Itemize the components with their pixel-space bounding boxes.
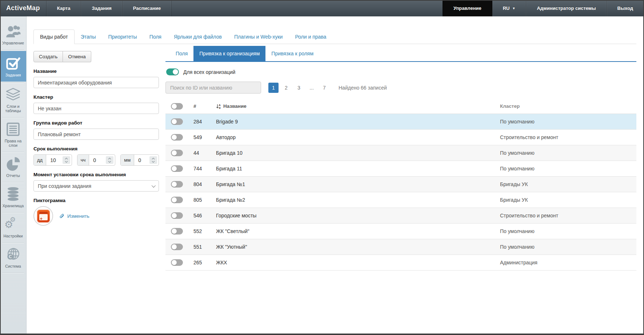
row-name: Городские мосты: [216, 213, 500, 218]
days-unit-label: дд: [34, 155, 46, 165]
sidebar-item-reports[interactable]: Отчеты: [0, 153, 26, 181]
page-3[interactable]: 3: [294, 83, 304, 93]
sidebar-divider: [2, 212, 24, 213]
column-header-name-label: Название: [223, 103, 247, 109]
deadline-label: Срок выполнения: [33, 146, 159, 151]
row-toggle[interactable]: [171, 165, 183, 172]
name-field[interactable]: [33, 77, 159, 88]
row-id: 546: [193, 213, 216, 218]
sidebar-item-layers-tables[interactable]: Слои и таблицы: [0, 84, 26, 116]
table-header-row: # АЯ Название Кластер: [165, 99, 636, 114]
topnav-tasks[interactable]: Задания: [81, 0, 122, 16]
minutes-stepper[interactable]: [149, 156, 157, 164]
header-toggle[interactable]: [171, 103, 183, 110]
language-selector[interactable]: RU ▼: [492, 0, 527, 16]
logout-button[interactable]: Выход: [607, 0, 644, 16]
cluster-field[interactable]: [33, 103, 159, 114]
sidebar-item-system[interactable]: CСистема: [0, 244, 26, 272]
app-logo: ActiveMap: [0, 0, 46, 16]
pictogram-preview: +: [33, 206, 53, 226]
page-1[interactable]: 1: [268, 83, 279, 93]
tab-file-labels[interactable]: Ярлыки для файлов: [168, 30, 228, 44]
records-found-text: Найдено 66 записей: [339, 85, 387, 91]
change-pictogram-link[interactable]: Изменить: [59, 213, 89, 219]
row-toggle-cell: [171, 181, 193, 188]
sidebar-item-tasks[interactable]: Задания: [0, 51, 26, 82]
table-row[interactable]: 744Бригада 11По умолчанию: [165, 161, 636, 177]
row-toggle[interactable]: [171, 244, 183, 250]
table-row[interactable]: 805Бригада №2Бригады УК: [165, 192, 636, 208]
topnav-map[interactable]: Карта: [46, 0, 81, 16]
tab-priorities[interactable]: Приоритеты: [102, 30, 143, 44]
current-user[interactable]: Администратор системы: [526, 0, 607, 16]
clipboard-plus-icon: +: [37, 209, 50, 223]
search-input[interactable]: [165, 82, 261, 94]
page-2[interactable]: 2: [281, 83, 291, 93]
topnav-management[interactable]: Управление: [443, 0, 492, 16]
days-stepper[interactable]: [63, 156, 70, 164]
chevron-down-icon: [152, 184, 156, 188]
table-row[interactable]: 551ЖК "Уютный"По умолчанию: [165, 239, 636, 255]
tab-work-types[interactable]: Виды работ: [33, 29, 75, 44]
table-row[interactable]: 804Бригада №1Бригады УК: [165, 177, 636, 192]
deadline-moment-select[interactable]: При создании задания: [33, 180, 159, 192]
column-header-cluster[interactable]: Кластер: [500, 103, 636, 109]
row-toggle[interactable]: [171, 197, 183, 203]
group-field[interactable]: [33, 129, 159, 140]
column-header-id[interactable]: #: [193, 103, 216, 109]
row-cluster: Бригады УК: [500, 181, 636, 187]
subtab-fields[interactable]: Поля: [170, 46, 193, 61]
layers-icon: [1, 87, 25, 102]
row-toggle[interactable]: [171, 212, 183, 219]
row-toggle[interactable]: [171, 150, 183, 156]
database-icon: [1, 187, 25, 201]
organizations-table: # АЯ Название Кластер 284Brigade 9По умо…: [165, 99, 636, 271]
page-7[interactable]: 7: [319, 83, 329, 93]
pagination: 123...7: [268, 83, 332, 93]
table-row[interactable]: 265ЖКХАдминистрация: [165, 255, 636, 271]
row-toggle-cell: [171, 134, 193, 141]
column-header-name[interactable]: АЯ Название: [216, 103, 500, 109]
sidebar-item-label: Отчеты: [1, 173, 25, 178]
subtab-org-binding[interactable]: Привязка к организациям: [193, 46, 265, 61]
cancel-button[interactable]: Отмена: [63, 51, 91, 62]
table-row[interactable]: 284Brigade 9По умолчанию: [165, 114, 636, 130]
top-bar-right: Управление RU ▼ Администратор системы Вы…: [443, 0, 644, 16]
row-cluster: Строительство и ремонт: [500, 134, 636, 140]
tab-fields[interactable]: Поля: [143, 30, 168, 44]
deadline-inputs: дд чч: [33, 154, 159, 166]
sidebar-item-storages[interactable]: Хранилища: [0, 184, 26, 211]
hours-stepper[interactable]: [106, 156, 113, 164]
organizations-panel: ПоляПривязка к организациямПривязка к ро…: [165, 44, 636, 271]
subtab-role-binding[interactable]: Привязка к ролям: [265, 46, 319, 61]
table-row[interactable]: 546Городские мостыСтроительство и ремонт: [165, 208, 636, 224]
app-window: ActiveMap КартаЗаданияРасписание Управле…: [0, 0, 644, 335]
row-name: Brigade 9: [216, 119, 500, 125]
deadline-moment-value: При создании задания: [38, 183, 91, 189]
table-row[interactable]: 552ЖК "Светлый"По умолчанию: [165, 224, 636, 239]
hours-unit-label: чч: [77, 155, 89, 165]
row-name: ЖКХ: [216, 260, 500, 265]
row-toggle[interactable]: [171, 259, 183, 266]
row-name: ЖК "Уютный": [216, 244, 500, 250]
row-toggle[interactable]: [171, 228, 183, 234]
table-row[interactable]: 44Бригада 10По умолчанию: [165, 145, 636, 161]
sidebar-item-layer-rights[interactable]: Права на слои: [0, 119, 26, 151]
row-toggle[interactable]: [171, 181, 183, 188]
topnav-schedule[interactable]: Расписание: [123, 0, 172, 16]
row-toggle[interactable]: [171, 134, 183, 141]
paperclip-icon: [59, 213, 65, 219]
create-button[interactable]: Создать: [33, 51, 63, 62]
tab-roles-rights[interactable]: Роли и права: [289, 30, 332, 44]
sidebar-item-settings[interactable]: ⚙⚙Настройки: [0, 214, 26, 241]
row-toggle[interactable]: [171, 118, 183, 125]
table-row[interactable]: 549АвтодорСтроительство и ремонт: [165, 130, 636, 145]
row-toggle-cell: [171, 118, 193, 125]
top-bar: ActiveMap КартаЗаданияРасписание Управле…: [0, 0, 644, 16]
row-name: Бригада №2: [216, 197, 500, 203]
sidebar-item-management[interactable]: Управление: [0, 21, 26, 48]
tab-stages[interactable]: Этапы: [75, 30, 102, 44]
all-organizations-toggle[interactable]: [166, 68, 179, 75]
row-id: 265: [193, 260, 216, 265]
tab-plugins-webhooks[interactable]: Плагины и Web-хуки: [228, 30, 289, 44]
